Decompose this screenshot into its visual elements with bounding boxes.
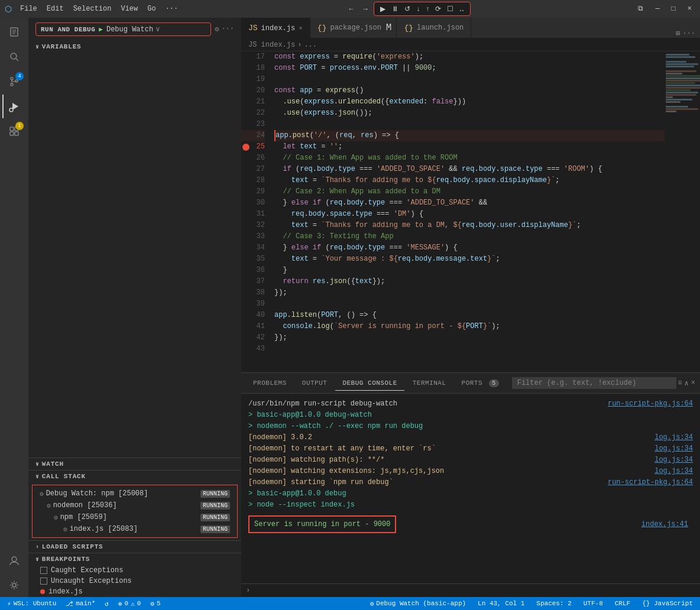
console-link-9[interactable]: log.js:34 [654,466,693,476]
statusbar-encoding[interactable]: UTF-8 [581,600,605,607]
more-actions-icon[interactable]: ··· [221,25,234,34]
breakpoints-header[interactable]: ∨ BREAKPOINTS [28,553,241,565]
callstack-item-0[interactable]: ⚙ Debug Watch: npm [25008] RUNNING [33,488,237,499]
console-link-7[interactable]: log.js:34 [654,443,693,454]
tab-indexjs[interactable]: JS index.js × [241,18,310,38]
tab-terminal[interactable]: TERMINAL [406,376,453,390]
debug-config[interactable]: Debug Watch ∨ [106,25,160,34]
menu-selection[interactable]: Selection [70,4,115,14]
panel-split-icon[interactable]: ≡ [678,379,682,387]
console-link-final[interactable]: index.js:41 [641,519,693,530]
debug-restart-button[interactable]: ↺ [402,4,413,14]
console-text-1: /usr/bin/npm run-script debug-watch [248,400,397,408]
panel-close-icon[interactable]: × [691,379,695,387]
debug-pause-button[interactable]: ⏸ [389,4,401,14]
ln-20: 20 [241,85,265,96]
tab-output[interactable]: OUTPUT [295,376,335,390]
activity-extensions[interactable]: 1 [2,119,26,143]
uncaught-exceptions-checkbox[interactable] [40,577,47,585]
menu-edit[interactable]: Edit [43,4,67,14]
console-line-3: > basic-app@1.0.0 debug-watch [248,410,693,420]
tab-actions: ⊞ ··· [671,29,700,38]
breadcrumb-file[interactable]: JS index.js [248,41,295,49]
code-line-21: .use(express.urlencoded({extended: false… [274,96,665,108]
panel-filter[interactable] [512,377,677,389]
tab-packagejson[interactable]: {} package.json M [310,18,397,38]
window-maximize-button[interactable]: □ [668,4,679,14]
console-line-8: [nodemon] watching path(s): **/* log.js:… [248,455,693,465]
debug-stop-button[interactable]: ☐ [445,4,456,14]
statusbar-sync[interactable]: ↺ [102,600,111,608]
activity-explorer[interactable] [2,20,26,44]
statusbar-errors[interactable]: ⊗ 0 ⚠ 0 [116,600,143,608]
console-line-9: [nodemon] watching extensions: js,mjs,cj… [248,466,693,476]
nav-back-button[interactable]: ← [345,4,357,14]
statusbar-debug-session[interactable]: ⚙ Debug Watch (basic-app) [368,600,468,608]
console-link-6[interactable]: log.js:34 [654,432,693,443]
statusbar-debug[interactable]: ⚙ 5 [148,600,163,608]
split-editor-icon[interactable]: ⊞ [676,29,680,38]
debug-continue-button[interactable]: ▶ [378,4,388,14]
menu-go[interactable]: Go [144,4,159,14]
debug-step-over-button[interactable]: ↓ [414,4,422,14]
settings-icon[interactable]: ⚙ [215,25,219,34]
window-layout-button[interactable]: ⧉ [634,4,647,14]
callstack-item-2[interactable]: ⚙ npm [25059] RUNNING [33,511,237,523]
statusbar-wsl[interactable]: ⚡ WSL: Ubuntu [5,600,59,608]
variables-section-header[interactable]: ∨ VARIABLES [28,41,241,53]
window-close-button[interactable]: × [684,4,695,14]
activity-avatar[interactable] [2,549,26,572]
callstack-label-0: Debug Watch: npm [25008] [46,489,148,498]
tab-debug-console[interactable]: DEBUG CONSOLE [335,376,404,391]
statusbar-branch[interactable]: ⎇ main* [63,600,98,608]
statusbar-line-ending[interactable]: CRLF [612,600,633,607]
statusbar-position[interactable]: Ln 43, Col 1 [475,600,527,607]
tab-ports[interactable]: PORTS 5 [455,376,506,390]
svg-point-17 [12,583,16,587]
code-line-19 [274,74,665,85]
menu-more[interactable]: ··· [162,4,182,14]
code-content[interactable]: const express = require('express'); cons… [270,51,665,372]
code-line-31: req.body.space.type === 'DM') { [274,209,665,220]
tab-launchjson[interactable]: {} launch.json [397,18,471,38]
menu-file[interactable]: File [17,4,41,14]
tab-indexjs-close[interactable]: × [299,25,303,32]
callstack-item-3[interactable]: ⚙ index.js [25083] RUNNING [33,523,237,535]
svg-point-7 [11,83,13,86]
more-tabs-icon[interactable]: ··· [682,30,695,38]
console-link-10[interactable]: run-script-pkg.js:64 [608,477,693,488]
filter-input[interactable] [512,377,677,389]
watch-section-header[interactable]: ∨ WATCH [28,458,241,470]
call-stack-header[interactable]: ∨ CALL STACK [28,471,241,482]
play-icon[interactable]: ▶ [99,25,103,33]
activity-settings[interactable] [2,573,26,597]
loaded-scripts-chevron: › [35,544,40,550]
activity-search[interactable] [2,45,26,69]
nav-forward-button[interactable]: → [359,4,371,14]
code-line-32: text = `Thanks for adding me to a DM, ${… [274,220,665,231]
statusbar-language[interactable]: {} JavaScript [640,600,695,607]
callstack-item-1[interactable]: ⚙ nodemon [25036] RUNNING [33,499,237,511]
activity-source-control[interactable]: 4 [2,70,26,93]
debug-step-into-button[interactable]: ↑ [423,4,432,14]
console-link-1[interactable]: run-script-pkg.js:64 [608,398,693,409]
ln-35: 35 [241,254,265,265]
panel-collapse-icon[interactable]: ∧ [685,379,689,388]
console-link-8[interactable]: log.js:34 [654,455,693,465]
breadcrumb-symbol[interactable]: ... [304,41,317,49]
caught-exceptions-checkbox[interactable] [40,567,47,574]
console-line-6: [nodemon] 3.0.2 log.js:34 [248,432,693,443]
activity-run-debug[interactable] [2,95,26,118]
debug-step-out-button[interactable]: ⟳ [433,4,443,14]
watch-label: WATCH [42,460,64,468]
window-minimize-button[interactable]: ─ [652,4,663,14]
statusbar-spaces[interactable]: Spaces: 2 [534,600,573,607]
debug-session-label: Debug Watch (basic-app) [376,600,466,607]
tab-packagejson-label: package.json [330,24,381,32]
titlebar: ⬡ File Edit Selection View Go ··· ← → ▶ … [0,0,700,18]
debug-more-button[interactable]: ‥ [457,4,466,14]
running-badge-2: RUNNING [200,514,230,521]
tab-problems[interactable]: PROBLEMS [246,376,294,390]
menu-view[interactable]: View [117,4,141,14]
loaded-scripts-header[interactable]: › LOADED SCRIPTS [28,541,241,553]
